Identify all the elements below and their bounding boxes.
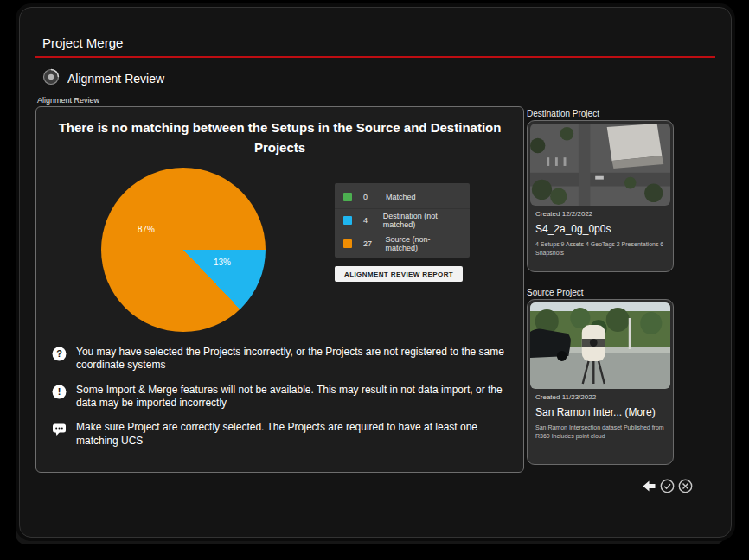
destination-project-card[interactable]: Created 12/2/2022 S4_2a_0g_0p0s 4 Setups… (527, 120, 674, 272)
alignment-review-panel: There is no matching between the Setups … (35, 106, 524, 473)
project-details: San Ramon Intersection dataset Published… (535, 423, 665, 441)
legend-row: 0 Matched (335, 186, 470, 209)
project-merge-window: Project Merge Alignment Review Alignment… (19, 7, 732, 538)
back-button[interactable] (642, 479, 656, 493)
chart-legend: 0 Matched 4 Destination (not matched) 27… (335, 183, 470, 258)
accent-divider (35, 56, 715, 58)
note-row: ? You may have selected the Projects inc… (52, 346, 513, 372)
note-row: ! Some Import & Merge features will not … (52, 384, 513, 410)
cancel-button[interactable] (678, 479, 693, 493)
section-header: Alignment Review (42, 68, 164, 88)
alignment-review-report-button[interactable]: ALIGNMENT REVIEW REPORT (335, 266, 463, 282)
legend-value: 0 (363, 193, 386, 201)
note-text: You may have selected the Projects incor… (76, 346, 513, 372)
note-text: Some Import & Merge features will not be… (76, 384, 513, 410)
source-project-thumbnail (530, 302, 670, 389)
section-title: Alignment Review (67, 72, 164, 86)
footer-actions (642, 479, 693, 493)
more-link[interactable]: (More) (624, 406, 655, 418)
legend-row: 27 Source (non-matched) (335, 232, 470, 255)
project-name: S4_2a_0g_0p0s (535, 223, 665, 235)
exclamation-icon: ! (52, 385, 67, 403)
legend-value: 4 (363, 216, 383, 225)
destination-project-label: Destination Project (527, 109, 599, 118)
question-icon: ? (52, 347, 67, 365)
legend-swatch (343, 216, 352, 225)
panel-label: Alignment Review (37, 96, 99, 105)
project-name-text: San Ramon Inter... (535, 406, 622, 418)
legend-swatch (343, 239, 352, 248)
legend-label: Matched (386, 193, 416, 201)
destination-project-thumbnail (530, 124, 670, 206)
svg-text:?: ? (56, 348, 62, 359)
pie-chart: 87% 13% (101, 168, 266, 332)
comment-icon (52, 422, 67, 440)
panel-heading: There is no matching between the Setups … (48, 118, 511, 158)
legend-row: 4 Destination (not matched) (335, 209, 470, 232)
legend-label: Source (non-matched) (385, 235, 461, 252)
pie-label-source: 87% (138, 225, 155, 234)
source-project-label: Source Project (527, 288, 584, 297)
created-date: Created 11/23/2022 (535, 393, 665, 401)
confirm-button[interactable] (660, 479, 675, 493)
note-text: Make sure Project are correctly selected… (76, 421, 513, 448)
alignment-review-icon (42, 68, 60, 88)
legend-label: Destination (not matched) (383, 212, 461, 229)
pie-label-destination: 13% (214, 258, 231, 267)
note-row: Make sure Project are correctly selected… (52, 421, 513, 448)
svg-text:!: ! (58, 386, 61, 397)
project-name: San Ramon Inter... (More) (535, 406, 665, 418)
source-project-card[interactable]: Created 11/23/2022 San Ramon Inter... (M… (527, 299, 674, 465)
window-title: Project Merge (42, 35, 123, 50)
created-date: Created 12/2/2022 (535, 210, 665, 218)
notes-list: ? You may have selected the Projects inc… (52, 346, 513, 459)
legend-swatch (343, 193, 352, 201)
legend-value: 27 (363, 239, 385, 248)
project-details: 4 Setups 9 Assets 4 GeoTags 2 Presentati… (535, 240, 665, 258)
